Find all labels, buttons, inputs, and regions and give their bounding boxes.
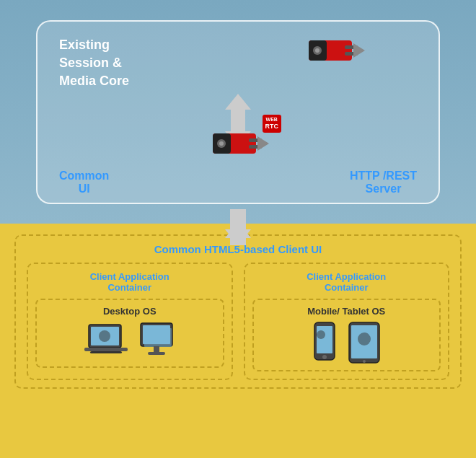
arrow-up-icon bbox=[225, 94, 251, 110]
plug-webrtc-icon: WEB RTC bbox=[206, 128, 270, 163]
svg-rect-23 bbox=[148, 352, 165, 355]
common-html5-box: Common HTML5-based Client UI Client Appl… bbox=[14, 234, 462, 389]
svg-rect-21 bbox=[144, 328, 172, 347]
main-container: Existing Session & Media Core bbox=[0, 0, 476, 458]
phone-icon bbox=[310, 321, 339, 364]
right-os-box: Mobile/ Tablet OS bbox=[252, 299, 441, 371]
common-ui-label: CommonUI bbox=[59, 169, 109, 195]
laptop-icon bbox=[83, 321, 130, 361]
right-client-app-box: Client ApplicationContainer Mobile/ Tabl… bbox=[244, 263, 450, 380]
svg-point-16 bbox=[99, 330, 110, 342]
bottom-section: Common HTML5-based Client UI Client Appl… bbox=[0, 224, 476, 458]
svg-rect-25 bbox=[317, 326, 332, 353]
inner-box-labels: CommonUI HTTP /RESTServer bbox=[38, 169, 438, 195]
left-os-box: Desktop OS bbox=[35, 299, 224, 368]
svg-point-26 bbox=[322, 355, 327, 359]
left-client-app-box: Client ApplicationContainer Desktop OS bbox=[27, 263, 233, 380]
svg-rect-17 bbox=[84, 348, 128, 351]
right-client-app-label: Client ApplicationContainer bbox=[252, 271, 441, 293]
left-client-app-label: Client ApplicationContainer bbox=[35, 271, 224, 293]
arrow-shaft-main bbox=[230, 209, 246, 229]
svg-point-13 bbox=[219, 141, 224, 146]
mobile-os-label: Mobile/ Tablet OS bbox=[307, 306, 385, 317]
svg-rect-22 bbox=[154, 346, 159, 352]
http-rest-label: HTTP /RESTServer bbox=[350, 169, 417, 195]
session-media-label: Existing Session & Media Core bbox=[59, 36, 129, 91]
svg-marker-4 bbox=[353, 43, 365, 58]
desktop-device-icons bbox=[83, 321, 177, 361]
client-containers-row: Client ApplicationContainer Desktop OS bbox=[27, 263, 449, 380]
webrtc-badge: WEB RTC bbox=[263, 115, 282, 133]
desktop-monitor-icon bbox=[137, 321, 177, 361]
top-section: Existing Session & Media Core bbox=[0, 0, 476, 224]
desktop-os-label: Desktop OS bbox=[103, 306, 157, 317]
svg-point-30 bbox=[358, 333, 371, 345]
svg-rect-18 bbox=[90, 351, 122, 353]
tablet-icon bbox=[346, 321, 382, 364]
main-down-arrow bbox=[225, 209, 251, 245]
svg-point-31 bbox=[363, 360, 366, 363]
inner-box: Existing Session & Media Core bbox=[36, 20, 440, 204]
arrow-head-down-main bbox=[225, 229, 251, 245]
plug-top-icon bbox=[301, 35, 366, 70]
svg-marker-11 bbox=[257, 136, 269, 151]
mobile-device-icons bbox=[310, 321, 382, 364]
svg-point-27 bbox=[317, 330, 325, 339]
svg-point-6 bbox=[315, 48, 319, 53]
plug-bottom-container: WEB RTC bbox=[206, 128, 270, 163]
